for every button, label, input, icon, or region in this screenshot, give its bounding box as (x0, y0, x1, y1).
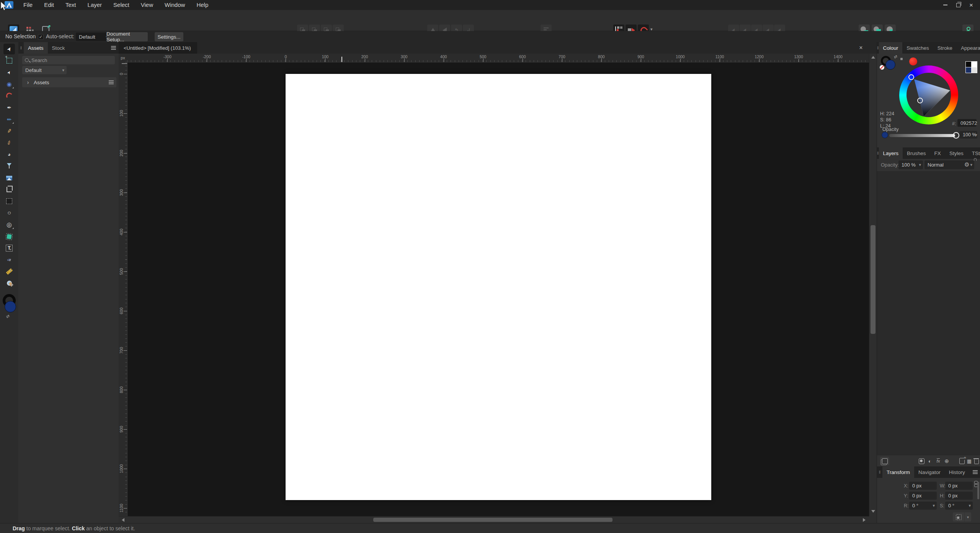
shape-builder-tool[interactable] (3, 231, 15, 242)
scroll-left-icon[interactable] (122, 518, 124, 522)
scroll-down-icon[interactable] (871, 510, 875, 513)
opacity-slider[interactable] (889, 134, 955, 137)
fill-stroke-wells[interactable]: ⇄ (881, 56, 898, 74)
menu-layer[interactable]: Layer (82, 0, 108, 10)
horizontal-ruler[interactable]: -300-200-1000100200300400500600700800900… (127, 54, 869, 62)
panel-scroll-thumb[interactable] (977, 482, 979, 499)
menu-file[interactable]: File (18, 0, 38, 10)
text-tool[interactable]: T (3, 243, 15, 253)
live-filter-button[interactable]: ⊕ (943, 457, 951, 465)
gear-icon[interactable]: ⚙ (964, 161, 969, 168)
knife-tool[interactable]: ✐ (3, 137, 15, 148)
search-input[interactable]: Search (22, 56, 115, 64)
document-setup-button[interactable]: Document Setup... (106, 32, 148, 41)
layer-effects-button[interactable]: fx (934, 457, 942, 465)
restore-button[interactable] (952, 0, 965, 10)
vertical-scroll-thumb[interactable] (871, 225, 875, 334)
shade-marker[interactable] (917, 98, 923, 103)
colour-triangle[interactable] (899, 65, 958, 124)
assets-tab-stock[interactable]: Stock (48, 42, 69, 54)
scroll-right-icon[interactable] (863, 518, 866, 522)
default-colours-swatch[interactable] (965, 61, 977, 73)
point-transform-tool[interactable]: ◉ (3, 79, 15, 90)
auto-select-checkbox[interactable]: ✓ (38, 34, 44, 40)
document-tab[interactable]: <Untitled> [Modified] (103.1%) (119, 42, 197, 54)
close-document-icon[interactable]: × (856, 42, 866, 54)
colour-tab-stroke[interactable]: Stroke (933, 42, 957, 54)
layers-tab-fx[interactable]: FX (930, 147, 945, 159)
transform-tab-transform[interactable]: Transform (882, 466, 914, 478)
layers-tab-styles[interactable]: Styles (945, 147, 968, 159)
menu-window[interactable]: Window (159, 0, 191, 10)
pencil-tool[interactable]: ✏ (3, 114, 15, 125)
chevron-down-icon[interactable]: ▾ (965, 512, 971, 522)
layers-tab-tst[interactable]: TSt (968, 147, 980, 159)
artboard-tool[interactable] (3, 56, 15, 66)
assets-tab-assets[interactable]: Assets (24, 42, 48, 54)
scroll-up-icon[interactable] (871, 56, 875, 59)
layers-list-empty[interactable] (877, 171, 980, 455)
document-page[interactable] (286, 74, 711, 500)
place-image-tool[interactable] (3, 173, 15, 183)
transform-input-w[interactable]: 0 px (945, 482, 973, 490)
layers-tab-brushes[interactable]: Brushes (903, 147, 930, 159)
layers-opacity-dropdown[interactable]: 100 % ▾ (898, 160, 923, 169)
layers-tab-layers[interactable]: Layers (879, 147, 903, 159)
expand-icon[interactable]: › (22, 79, 34, 85)
transform-panel-menu-button[interactable] (970, 466, 980, 478)
zoom-tool[interactable] (3, 278, 15, 289)
add-layer-button[interactable] (958, 457, 966, 465)
picked-colour-swatch[interactable] (909, 57, 917, 65)
move-tool[interactable]: ➤ (3, 44, 15, 54)
transform-input-y[interactable]: 0 px (909, 492, 937, 500)
fill-colour-well[interactable] (5, 301, 16, 312)
no-colour-icon[interactable] (880, 65, 884, 70)
colour-tab-swatches[interactable]: Swatches (902, 42, 933, 54)
rectangle-tool[interactable] (3, 196, 15, 207)
vector-crop-tool[interactable] (3, 184, 15, 195)
delete-layer-button[interactable] (973, 457, 980, 465)
fill-tool[interactable]: ◕ (3, 149, 15, 160)
assets-panel-menu-button[interactable] (108, 42, 119, 54)
menu-edit[interactable]: Edit (38, 0, 60, 10)
fill-colour-well[interactable] (885, 60, 895, 70)
add-pixel-layer-button[interactable]: ▦ (965, 457, 973, 465)
menu-text[interactable]: Text (60, 0, 82, 10)
shape-tool[interactable]: ◎ (3, 219, 15, 230)
corner-tool[interactable] (3, 90, 15, 101)
fill-stroke-well[interactable]: ⇄ (2, 294, 17, 321)
auto-select-dropdown[interactable]: Default ▾ (76, 33, 110, 41)
assets-section-header[interactable]: › Assets (22, 77, 116, 87)
transform-input-s[interactable]: 0 °▾ (945, 502, 973, 510)
hue-marker[interactable] (908, 74, 914, 80)
chevron-down-icon[interactable]: ▾ (975, 132, 977, 137)
colour-wheel[interactable] (899, 65, 958, 124)
transform-input-x[interactable]: 0 px (909, 482, 937, 490)
vertical-ruler[interactable]: 010020030040050060070080090010001100 (119, 62, 127, 516)
vector-brush-tool[interactable]: ✎ (3, 126, 15, 136)
opacity-slider-handle[interactable] (953, 132, 959, 139)
swap-colours-icon[interactable]: ⇄ (893, 54, 898, 60)
menu-view[interactable]: View (135, 0, 159, 10)
menu-help[interactable]: Help (191, 0, 214, 10)
stack-button[interactable] (880, 457, 889, 465)
menu-select[interactable]: Select (108, 0, 135, 10)
adjustment-button[interactable]: ◐ (926, 457, 934, 465)
assets-category-dropdown[interactable]: Default ▾ (22, 66, 67, 74)
pen-tool[interactable]: ✒ (3, 102, 15, 113)
style-picker-tool[interactable]: ✑ (3, 255, 15, 265)
transform-input-h[interactable]: 0 px (945, 492, 973, 500)
horizontal-scroll-thumb[interactable] (373, 518, 612, 522)
transform-input-r[interactable]: 0 °▾ (909, 502, 937, 510)
transparency-tool[interactable] (3, 161, 15, 172)
vertical-scrollbar[interactable] (869, 54, 877, 516)
close-button[interactable]: × (965, 0, 978, 10)
colour-tab-appearance[interactable]: Appearance (957, 42, 980, 54)
node-tool[interactable]: ➤ (3, 67, 15, 78)
transform-tab-navigator[interactable]: Navigator (914, 466, 945, 478)
mask-button[interactable] (918, 457, 925, 465)
horizontal-scrollbar[interactable] (119, 516, 869, 523)
colour-tab-colour[interactable]: Colour (879, 42, 903, 54)
settings-button[interactable]: Settings... (155, 32, 183, 41)
minimize-button[interactable] (939, 0, 952, 10)
